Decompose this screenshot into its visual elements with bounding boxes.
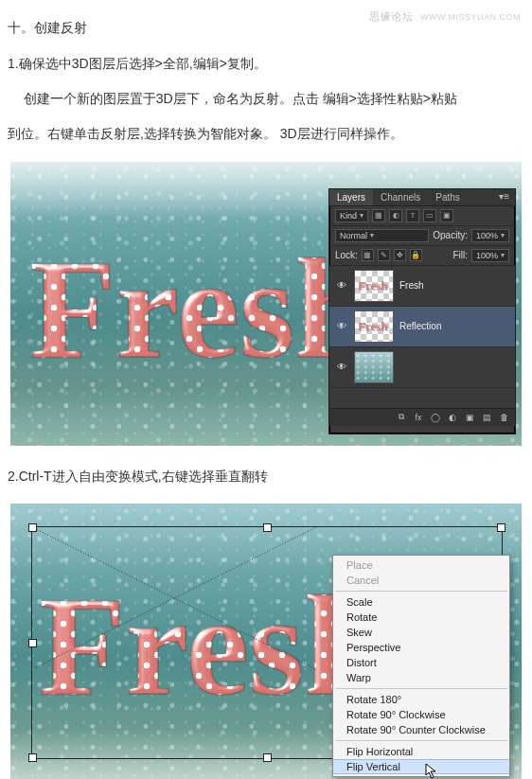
chevron-down-icon: ▾	[370, 231, 374, 239]
layer-row-fresh[interactable]: 👁 Fresh Fresh	[329, 266, 515, 307]
handle-s[interactable]	[263, 753, 272, 762]
ctx-warp[interactable]: Warp	[333, 670, 509, 685]
trash-icon[interactable]: 🗑	[498, 412, 509, 423]
adjust-icon[interactable]: ◐	[447, 412, 458, 423]
watermark: 思缘论坛 WWW.MISSYUAN.COM	[369, 9, 521, 24]
lock-trans-icon[interactable]: ▦	[362, 249, 374, 261]
layers-panel[interactable]: Layers Channels Paths ▾≡ Kind ▾ ▦ ◐ T ▭ …	[328, 188, 516, 434]
filter-smart-icon[interactable]: ▣	[440, 209, 453, 222]
new-layer-icon[interactable]: ▤	[481, 412, 492, 423]
ctx-flip-horizontal[interactable]: Flip Horizontal	[333, 744, 509, 759]
lock-pos-icon[interactable]: ✥	[394, 249, 406, 261]
tab-channels[interactable]: Channels	[373, 189, 428, 205]
blend-mode-value: Normal	[340, 231, 367, 240]
figure-1: Fresh Layers Channels Paths ▾≡ Kind ▾ ▦ …	[10, 162, 522, 446]
ctx-separator	[335, 740, 507, 741]
ctx-rotate-180[interactable]: Rotate 180°	[333, 692, 509, 707]
ctx-rotate-90ccw[interactable]: Rotate 90° Counter Clockwise	[333, 722, 509, 737]
lock-row: Lock: ▦ ✎ ✥ 🔒 Fill: 100% ▾	[329, 246, 515, 266]
mask-icon[interactable]: ◯	[430, 412, 441, 423]
layer-thumb[interactable]	[354, 351, 394, 383]
ctx-separator	[335, 591, 507, 592]
handle-sw[interactable]	[28, 753, 37, 762]
ctx-scale[interactable]: Scale	[333, 594, 509, 610]
step1-line2: 创建一个新的图层置于3D层下，命名为反射。点击 编辑>选择性粘贴>粘贴	[8, 85, 524, 113]
ctx-separator	[335, 688, 507, 689]
fx-icon[interactable]: fx	[413, 412, 424, 423]
cursor-icon	[425, 763, 438, 779]
folder-icon[interactable]: ▣	[464, 412, 475, 423]
chevron-down-icon: ▾	[501, 251, 505, 259]
lock-all-icon[interactable]: 🔒	[410, 249, 422, 261]
filter-pixel-icon[interactable]: ▦	[372, 209, 385, 222]
layer-name: Reflection	[399, 321, 441, 331]
opacity-value[interactable]: 100% ▾	[471, 229, 509, 242]
layers-footer: ⧉ fx ◯ ◐ ▣ ▤ 🗑	[329, 408, 515, 426]
layer-thumb[interactable]: Fresh	[354, 310, 394, 343]
layers-list: 👁 Fresh Fresh 👁 Fresh Reflection 👁	[329, 266, 515, 408]
chevron-down-icon: ▾	[360, 211, 364, 220]
step1-line3: 到位。右键单击反射层,选择转换为智能对象。 3D层进行同样操作。	[8, 120, 524, 148]
lock-label: Lock:	[335, 250, 358, 260]
handle-ne[interactable]	[497, 523, 505, 532]
filter-type-icon[interactable]: T	[406, 209, 419, 222]
ctx-rotate-90cw[interactable]: Rotate 90° Clockwise	[333, 707, 509, 722]
layer-row-reflection[interactable]: 👁 Fresh Reflection	[329, 307, 515, 347]
lock-pixel-icon[interactable]: ✎	[378, 249, 390, 261]
blend-mode-select[interactable]: Normal ▾	[335, 229, 429, 242]
ctx-cancel[interactable]: Cancel	[333, 573, 509, 588]
handle-w[interactable]	[28, 639, 37, 647]
blend-row: Normal ▾ Opacity: 100% ▾	[329, 226, 515, 246]
visibility-icon[interactable]: 👁	[335, 321, 348, 331]
handle-nw[interactable]	[28, 523, 37, 532]
tab-paths[interactable]: Paths	[428, 189, 468, 205]
ctx-skew[interactable]: Skew	[333, 625, 509, 640]
filter-shape-icon[interactable]: ▭	[423, 209, 436, 222]
ctx-perspective[interactable]: Perspective	[333, 640, 509, 655]
ctx-flip-vertical[interactable]: Flip Vertical	[333, 759, 509, 774]
handle-n[interactable]	[263, 523, 272, 532]
kind-filter[interactable]: Kind ▾	[335, 209, 368, 222]
layer-row-background[interactable]: 👁	[329, 347, 515, 388]
fill-value[interactable]: 100% ▾	[471, 249, 509, 262]
kind-label: Kind	[340, 211, 357, 221]
filter-row: Kind ▾ ▦ ◐ T ▭ ▣	[329, 206, 515, 226]
layer-thumb[interactable]: Fresh	[354, 270, 394, 302]
ctx-distort[interactable]: Distort	[333, 655, 509, 670]
layers-panel-tabs: Layers Channels Paths ▾≡	[329, 189, 515, 206]
visibility-icon[interactable]: 👁	[335, 280, 348, 291]
visibility-icon[interactable]: 👁	[335, 362, 348, 372]
link-icon[interactable]: ⧉	[396, 412, 407, 423]
transform-diagonals	[32, 527, 316, 669]
opacity-label: Opacity:	[433, 230, 468, 240]
tab-layers[interactable]: Layers	[329, 189, 373, 205]
filter-adjust-icon[interactable]: ◐	[389, 209, 402, 222]
watermark-url: WWW.MISSYUAN.COM	[420, 12, 521, 22]
layer-name: Fresh	[399, 280, 424, 291]
figure-2: Fresh Place Cancel Scale Rotate	[10, 504, 522, 779]
fresh-word: Fresh	[29, 230, 374, 387]
step1-line1: 1.确保选中3D图层后选择>全部,编辑>复制。	[8, 50, 524, 78]
ctx-place[interactable]: Place	[333, 558, 509, 573]
fill-label: Fill:	[452, 250, 468, 260]
ctx-rotate[interactable]: Rotate	[333, 610, 509, 625]
step2: 2.Ctrl-T进入自由变换模式,右键选择垂直翻转	[8, 463, 524, 490]
chevron-down-icon: ▾	[501, 231, 505, 239]
watermark-site: 思缘论坛	[369, 10, 413, 22]
transform-context-menu[interactable]: Place Cancel Scale Rotate Skew Perspecti…	[332, 555, 510, 777]
panel-menu-icon[interactable]: ▾≡	[493, 189, 515, 205]
